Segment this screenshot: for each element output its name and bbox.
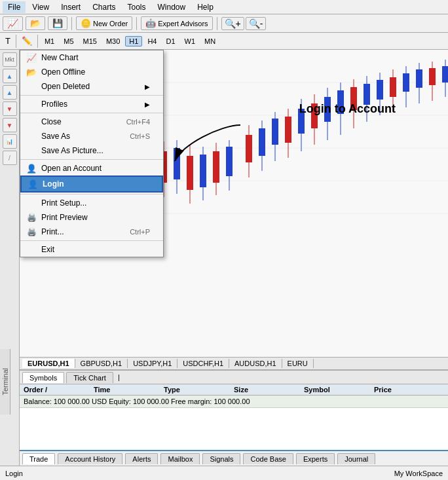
- print-shortcut: Ctrl+P: [130, 228, 150, 236]
- tf-m30[interactable]: M30: [102, 36, 124, 46]
- svg-rect-40: [272, 119, 278, 145]
- svg-rect-42: [285, 117, 291, 143]
- svg-rect-28: [187, 156, 193, 190]
- tf-h4[interactable]: H4: [143, 36, 160, 46]
- chart-container: Login to Account: [20, 50, 448, 466]
- symbol-tab-eurusd[interactable]: EURUSD,H1: [22, 359, 75, 368]
- menu-file[interactable]: File: [3, 1, 26, 13]
- sidebar-nav-btn4[interactable]: ▼: [3, 118, 17, 132]
- svg-rect-44: [298, 109, 305, 134]
- experts-label: Expert Advisors: [158, 20, 208, 28]
- toolbar-zoom-in-btn[interactable]: 🔍+: [221, 17, 244, 30]
- menu-bar: File View Insert Charts Tools Window Hel…: [0, 0, 448, 14]
- nav-tab-signals[interactable]: Signals: [202, 453, 240, 464]
- nav-tab-journal[interactable]: Journal: [337, 453, 375, 464]
- bottom-view-tabs: Symbols Tick Chart |: [20, 370, 448, 384]
- svg-rect-62: [416, 69, 422, 88]
- menu-print[interactable]: 🖨️ Print... Ctrl+P: [20, 225, 163, 239]
- tf-w1[interactable]: W1: [181, 36, 200, 46]
- symbol-tab-euru[interactable]: EURU: [282, 359, 314, 368]
- open-deleted-icon: [26, 81, 37, 92]
- experts-icon: 🤖: [145, 18, 156, 28]
- tf-h1[interactable]: H1: [125, 36, 142, 46]
- nav-tab-alerts[interactable]: Alerts: [125, 453, 158, 464]
- app-window: File View Insert Charts Tools Window Hel…: [0, 0, 448, 480]
- menu-close[interactable]: Close Ctrl+F4: [20, 115, 163, 129]
- menu-save-as-label: Save As: [41, 132, 70, 141]
- nav-tab-trade[interactable]: Trade: [22, 453, 55, 464]
- symbol-tabs-row: EURUSD,H1 GBPUSD,H1 USDJPY,H1 USDCHF,H1 …: [20, 357, 448, 370]
- menu-profiles-label: Profiles: [41, 100, 67, 109]
- menu-new-chart[interactable]: 📈 New Chart: [20, 50, 163, 65]
- neworder-icon: 🪙: [81, 18, 91, 28]
- terminal-label-container: Terminal: [0, 349, 10, 415]
- terminal-label[interactable]: Terminal: [1, 368, 9, 396]
- menu-close-label: Close: [41, 117, 62, 126]
- tab-more[interactable]: |: [115, 372, 122, 382]
- svg-rect-64: [429, 68, 436, 85]
- menu-login-label: Login: [43, 179, 64, 189]
- login-icon: 👤: [27, 178, 39, 190]
- menu-open-offline[interactable]: 📂 Open Offline: [20, 65, 163, 79]
- menu-login[interactable]: 👤 Login: [20, 175, 163, 193]
- menu-open-deleted-label: Open Deleted: [41, 82, 90, 91]
- nav-tab-codebase[interactable]: Code Base: [243, 453, 293, 464]
- toolbar-experts-btn[interactable]: 🤖 Expert Advisors: [141, 16, 212, 30]
- sep5: [20, 240, 163, 241]
- symbol-tab-gbpusd[interactable]: GBPUSD,H1: [75, 359, 128, 368]
- svg-rect-67: [444, 69, 448, 79]
- tf-m1[interactable]: M1: [41, 36, 58, 46]
- menu-tools[interactable]: Tools: [122, 1, 151, 13]
- toolbar-newchart-btn[interactable]: 📈: [3, 16, 23, 31]
- sidebar-line-btn[interactable]: /: [3, 151, 17, 165]
- tf-m15[interactable]: M15: [79, 36, 101, 46]
- nav-tabs-row: Trade Account History Alerts Mailbox Sig…: [20, 450, 448, 466]
- menu-print-preview[interactable]: 🖨️ Print Preview: [20, 210, 163, 225]
- sidebar-nav-btn3[interactable]: ▼: [3, 102, 17, 116]
- tf-d1[interactable]: D1: [162, 36, 179, 46]
- sep2: [20, 113, 163, 113]
- balance-row: Balance: 100 000.00 USD Equity: 100 000.…: [20, 396, 448, 408]
- newchart-icon: 📈: [7, 18, 18, 29]
- menu-insert[interactable]: Insert: [56, 1, 86, 13]
- sidebar-nav-btn1[interactable]: ▲: [3, 69, 17, 83]
- sidebar-chart-btn[interactable]: 📊: [3, 134, 17, 149]
- menu-open-deleted[interactable]: Open Deleted ▶: [20, 79, 163, 94]
- col-time: Time: [94, 386, 164, 394]
- toolbar-save-btn[interactable]: 💾: [48, 16, 67, 30]
- menu-help[interactable]: Help: [192, 1, 219, 13]
- symbol-tab-usdchf[interactable]: USDCHF,H1: [177, 359, 229, 368]
- tf-m5[interactable]: M5: [60, 36, 77, 46]
- menu-exit[interactable]: Exit: [20, 242, 163, 257]
- menu-print-setup[interactable]: Print Setup...: [20, 196, 163, 210]
- print-setup-icon: [26, 197, 37, 209]
- tab-symbols[interactable]: Symbols: [22, 372, 64, 383]
- menu-profiles[interactable]: Profiles ▶: [20, 97, 163, 111]
- toolbar-drawing: T ✏️ M1 M5 M15 M30 H1 H4 D1 W1 MN: [0, 33, 448, 50]
- menu-window[interactable]: Window: [153, 1, 191, 13]
- menu-open-account[interactable]: 👤 Open an Account: [20, 161, 163, 175]
- symbol-tab-usdjpy[interactable]: USDJPY,H1: [128, 359, 177, 368]
- menu-print-setup-label: Print Setup...: [41, 198, 86, 208]
- menu-view[interactable]: View: [27, 1, 54, 13]
- toolbar-neworder-btn[interactable]: 🪙 New Order: [76, 16, 132, 30]
- tf-sep1: [37, 35, 38, 48]
- nav-tab-account-history[interactable]: Account History: [58, 453, 122, 464]
- nav-tab-experts[interactable]: Experts: [296, 453, 335, 464]
- sidebar-nav-btn2[interactable]: ▲: [3, 85, 17, 100]
- menu-new-chart-label: New Chart: [41, 53, 79, 62]
- sidebar-marketwatch[interactable]: Mkt: [3, 52, 17, 67]
- tf-mn[interactable]: MN: [200, 36, 219, 46]
- menu-save-as-picture[interactable]: Save As Picture...: [20, 143, 163, 158]
- symbol-tab-audusd[interactable]: AUDUSD,H1: [229, 359, 282, 368]
- nav-tab-mailbox[interactable]: Mailbox: [160, 453, 200, 464]
- toolbar-zoom-out-btn[interactable]: 🔍-: [246, 17, 267, 30]
- chart-main: Login to Account: [20, 50, 448, 357]
- menu-save-as[interactable]: Save As Ctrl+S: [20, 129, 163, 143]
- tab-tick-chart[interactable]: Tick Chart: [66, 372, 113, 383]
- menu-charts[interactable]: Charts: [87, 1, 121, 13]
- save-picture-icon: [26, 145, 37, 157]
- toolbar-open-btn[interactable]: 📂: [26, 16, 45, 30]
- menu-print-preview-label: Print Preview: [41, 213, 88, 222]
- file-dropdown: 📈 New Chart 📂 Open Offline Open Deleted …: [20, 50, 164, 257]
